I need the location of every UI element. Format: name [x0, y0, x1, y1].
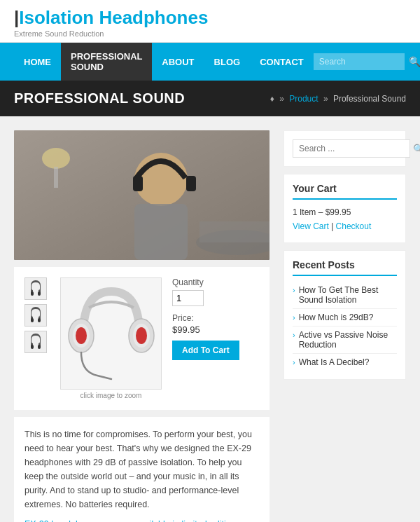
cart-widget-title: Your Cart	[293, 183, 397, 200]
svg-point-18	[76, 327, 87, 344]
product-thumbnails	[24, 277, 50, 399]
cart-links: View Cart | Checkout	[293, 219, 397, 233]
thumbnail-2[interactable]	[24, 304, 47, 327]
product-image-caption: click image to zoom	[80, 392, 142, 399]
svg-rect-4	[133, 176, 143, 191]
add-to-cart-button[interactable]: Add To Cart	[172, 341, 239, 360]
sidebar-search-widget: 🔍	[284, 130, 406, 167]
breadcrumb: ♦ » Product » Professional Sound	[270, 94, 406, 104]
product-headphone-svg	[66, 281, 157, 386]
svg-rect-10	[31, 291, 34, 296]
thumb-icon-2	[28, 305, 43, 325]
site-header: |Isolation Headphones Extreme Sound Redu…	[0, 0, 420, 43]
product-image-main[interactable]	[60, 277, 162, 390]
main-nav: HOME PROFESSIONAL SOUND ABOUT BLOG CONTA…	[0, 43, 420, 81]
recent-posts-list: ›How To Get The Best Sound Isolation›How…	[293, 282, 397, 371]
sidebar-search-input[interactable]	[293, 139, 410, 158]
nav-search-input[interactable]	[314, 53, 405, 70]
thumbnail-1[interactable]	[24, 277, 47, 300]
main-wrap: click image to zoom Quantity Price: $99.…	[0, 116, 420, 522]
recent-post-item: ›How Much is 29dB?	[293, 309, 397, 327]
nav-item-about[interactable]: ABOUT	[152, 48, 204, 76]
svg-rect-5	[186, 176, 196, 191]
description-text: This is no time for compromises. To perf…	[24, 427, 259, 511]
svg-rect-9	[200, 221, 270, 242]
recent-post-item: ›Active vs Passive Noise Reduction	[293, 327, 397, 354]
view-cart-link[interactable]: View Cart	[293, 221, 329, 231]
site-tagline: Extreme Sound Reduction	[14, 29, 406, 38]
nav-item-contact[interactable]: CONTACT	[250, 48, 314, 76]
page-title-bar: PROFESSIONAL SOUND ♦ » Product » Profess…	[0, 81, 420, 116]
price-value: $99.95	[172, 324, 259, 335]
post-arrow-icon: ›	[293, 331, 295, 339]
quantity-label: Quantity	[172, 277, 259, 287]
price-label: Price:	[172, 313, 259, 323]
sidebar: 🔍 Your Cart 1 Item – $99.95 View Cart | …	[284, 130, 406, 522]
product-image-wrap: click image to zoom	[60, 277, 162, 399]
sidebar-search-button[interactable]: 🔍	[410, 144, 420, 154]
cart-item-count: 1 Item – $99.95	[293, 205, 397, 219]
thumb-icon-1	[28, 279, 43, 298]
cart-info: 1 Item – $99.95 View Cart | Checkout	[293, 205, 397, 234]
recent-post-link-3[interactable]: What Is A Decibel?	[299, 357, 370, 367]
cart-widget: Your Cart 1 Item – $99.95 View Cart | Ch…	[284, 174, 406, 243]
breadcrumb-current: Professional Sound	[333, 94, 406, 104]
hero-image	[14, 130, 270, 260]
svg-rect-13	[38, 318, 41, 322]
svg-rect-3	[134, 204, 188, 260]
product-details: Quantity Price: $99.95 Add To Cart	[172, 277, 259, 399]
nav-search-button[interactable]: 🔍	[405, 53, 420, 71]
nav-item-professional-sound[interactable]: PROFESSIONAL SOUND	[61, 43, 152, 81]
post-arrow-icon: ›	[293, 313, 295, 322]
nav-search-wrap: 🔍	[314, 53, 420, 71]
recent-post-link-0[interactable]: How To Get The Best Sound Isolation	[299, 285, 397, 305]
breadcrumb-home: ♦	[270, 94, 274, 104]
thumb-icon-3	[28, 332, 43, 352]
recent-post-item: ›What Is A Decibel?	[293, 354, 397, 371]
recent-post-item: ›How To Get The Best Sound Isolation	[293, 282, 397, 309]
product-description: This is no time for compromises. To perf…	[14, 417, 270, 522]
svg-point-21	[136, 327, 147, 344]
svg-rect-7	[54, 167, 58, 188]
post-arrow-icon: ›	[293, 286, 295, 294]
quantity-input[interactable]	[172, 290, 204, 306]
checkout-link[interactable]: Checkout	[336, 221, 372, 231]
recent-posts-title: Recent Posts	[293, 259, 397, 276]
hero-image-svg	[14, 130, 270, 260]
svg-point-6	[42, 148, 70, 169]
svg-rect-11	[38, 291, 41, 296]
nav-item-home[interactable]: HOME	[14, 48, 61, 76]
svg-rect-12	[31, 318, 34, 322]
post-arrow-icon: ›	[293, 358, 295, 366]
site-title[interactable]: Isolation Headphones	[19, 7, 208, 28]
breadcrumb-product-link[interactable]: Product	[289, 94, 318, 104]
recent-post-link-1[interactable]: How Much is 29dB?	[299, 312, 374, 322]
nav-item-blog[interactable]: BLOG	[204, 48, 251, 76]
content-area: click image to zoom Quantity Price: $99.…	[14, 130, 270, 522]
thumbnail-3[interactable]	[24, 331, 47, 353]
recent-posts-widget: Recent Posts ›How To Get The Best Sound …	[284, 250, 406, 380]
page-title: PROFESSIONAL SOUND	[14, 90, 185, 107]
hero-image-placeholder	[14, 130, 270, 260]
svg-rect-15	[38, 345, 41, 349]
product-section: click image to zoom Quantity Price: $99.…	[14, 267, 270, 410]
svg-rect-14	[31, 345, 34, 349]
recent-post-link-2[interactable]: Active vs Passive Noise Reduction	[299, 330, 397, 350]
product-highlight: EX-29 headphones are now available in li…	[24, 517, 259, 522]
